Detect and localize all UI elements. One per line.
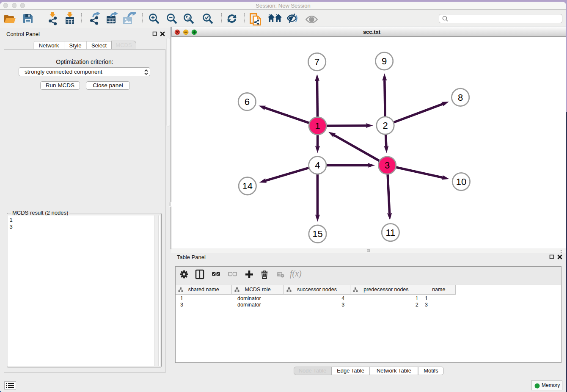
svg-text:2: 2	[383, 120, 388, 131]
svg-text:9: 9	[382, 56, 387, 66]
svg-text:6: 6	[245, 97, 250, 107]
svg-text:7: 7	[314, 57, 319, 67]
svg-text:10: 10	[456, 177, 466, 187]
svg-text:14: 14	[242, 181, 253, 191]
svg-text:4: 4	[315, 160, 320, 171]
svg-text:11: 11	[385, 227, 395, 238]
svg-text:8: 8	[458, 92, 463, 103]
svg-text:3: 3	[385, 160, 390, 171]
svg-text:1: 1	[315, 121, 320, 131]
svg-text:15: 15	[312, 229, 322, 239]
